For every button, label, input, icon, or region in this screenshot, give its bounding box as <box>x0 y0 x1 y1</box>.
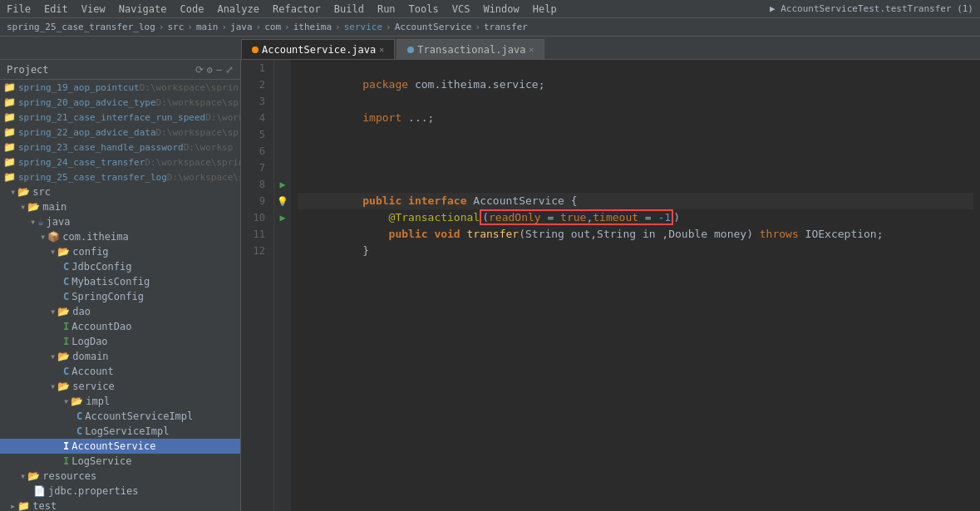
folder-icon: 📁 <box>3 81 16 93</box>
folder-icon: 📂 <box>57 381 70 392</box>
run-config[interactable]: ▶ AccountServiceTest.testTransfer (1) <box>770 3 973 14</box>
tree-item-impl[interactable]: ▾ 📂 impl <box>0 394 240 409</box>
code-content: 1 2 3 4 5 6 7 8 9 10 11 12 <box>241 60 980 511</box>
tree-item[interactable]: 📁 spring_22_aop_advice_data D:\workspace… <box>0 125 240 140</box>
code-area[interactable]: package com.itheima.service; import ...;… <box>291 60 980 511</box>
interface-icon: I <box>63 440 69 452</box>
code-line-3: import ...; <box>298 93 973 110</box>
menu-help[interactable]: Help <box>533 3 557 15</box>
chevron-down-icon: ▾ <box>10 186 16 198</box>
breadcrumb-java[interactable]: java <box>230 22 253 32</box>
menu-vcs[interactable]: VCS <box>452 3 470 15</box>
lightbulb-icon[interactable]: 💡 <box>277 196 288 207</box>
tree-item-test[interactable]: ▸ 📁 test <box>0 499 240 511</box>
menu-file[interactable]: File <box>7 3 31 15</box>
tree-item[interactable]: 📁 spring_19_aop_pointcut D:\workspace\sp… <box>0 80 240 95</box>
code-line-12 <box>298 243 973 259</box>
run-gutter-8[interactable]: ▶ <box>274 176 291 193</box>
breadcrumb-main[interactable]: main <box>196 22 219 32</box>
tree-item-domain[interactable]: ▾ 📂 domain <box>0 349 240 364</box>
tab-close-account-service[interactable]: ✕ <box>379 45 384 54</box>
tree-item-config[interactable]: ▾ 📂 config <box>0 244 240 259</box>
menu-view[interactable]: View <box>81 3 106 15</box>
tree-item-accountservice[interactable]: I AccountService <box>0 439 240 454</box>
file-icon: 📄 <box>33 485 46 497</box>
class-icon: C <box>76 410 82 422</box>
menu-run[interactable]: Run <box>377 3 396 15</box>
tree-item-jdbcconfig[interactable]: C JdbcConfig <box>0 259 240 274</box>
tree-item-logservice[interactable]: I LogService <box>0 454 240 469</box>
code-line-8: public interface AccountService { <box>298 176 973 193</box>
tree-item[interactable]: 📁 spring_23_case_handle_password D:\work… <box>0 140 240 155</box>
tree-item-logdao[interactable]: I LogDao <box>0 334 240 349</box>
chevron-down-icon: ▾ <box>40 231 46 243</box>
sync-icon[interactable]: ⟳ <box>195 64 204 76</box>
tree-item[interactable]: 📁 spring_21_case_interface_run_speed D:\… <box>0 110 240 125</box>
chevron-right-icon: ▸ <box>10 500 16 511</box>
tab-account-service[interactable]: AccountService.java ✕ <box>241 39 395 59</box>
menu-tools[interactable]: Tools <box>409 3 439 15</box>
chevron-down-icon: ▾ <box>50 246 56 258</box>
tree-item-resources[interactable]: ▾ 📂 resources <box>0 469 240 484</box>
breadcrumb-transfer[interactable]: transfer <box>484 22 528 32</box>
menu-code[interactable]: Code <box>180 3 204 15</box>
interface-icon: I <box>63 455 69 467</box>
tab-dot-blue <box>407 47 414 53</box>
folder-icon: 📂 <box>27 201 40 213</box>
tree-item-jdbc-properties[interactable]: 📄 jdbc.properties <box>0 484 240 499</box>
code-line-5 <box>298 126 973 143</box>
tree-item-account[interactable]: C Account <box>0 364 240 379</box>
tree-item-dao[interactable]: ▾ 📂 dao <box>0 304 240 319</box>
tree-item-springconfig[interactable]: C SpringConfig <box>0 289 240 304</box>
tree-item-accountserviceimpl[interactable]: C AccountServiceImpl <box>0 409 240 424</box>
run-gutter-10[interactable]: ▶ <box>274 209 291 226</box>
interface-icon: I <box>63 336 69 347</box>
tree-item-main[interactable]: ▾ 📂 main <box>0 199 240 214</box>
code-editor[interactable]: 1 2 3 4 5 6 7 8 9 10 11 12 <box>241 60 980 511</box>
breadcrumb-project[interactable]: spring_25_case_transfer_log <box>7 22 155 32</box>
tree-item[interactable]: 📁 spring_20_aop_advice_type D:\workspace… <box>0 95 240 110</box>
tree-item-java[interactable]: ▾ ☕ java <box>0 214 240 229</box>
sidebar-header-icons: ⟳ ⚙ − ⤢ <box>195 64 234 76</box>
minus-icon[interactable]: − <box>216 64 222 76</box>
folder-icon: 📂 <box>57 351 70 362</box>
tree-item-src[interactable]: ▾ 📂 src <box>0 184 240 199</box>
class-icon: C <box>63 291 69 302</box>
run-icon[interactable]: ▶ <box>279 179 285 190</box>
expand-icon[interactable]: ⤢ <box>225 64 234 76</box>
lightbulb-gutter-9[interactable]: 💡 <box>274 193 291 209</box>
folder-icon: 📁 <box>17 500 30 511</box>
tab-close-transactional[interactable]: ✕ <box>529 45 534 54</box>
tree-item[interactable]: 📁 spring_25_case_transfer_log D:\workspa… <box>0 170 240 184</box>
class-icon: C <box>63 261 69 273</box>
tree-item-service[interactable]: ▾ 📂 service <box>0 379 240 394</box>
tree-item-com-itheima[interactable]: ▾ 📦 com.itheima <box>0 229 240 244</box>
menu-refactor[interactable]: Refactor <box>273 3 321 15</box>
class-icon: C <box>76 425 82 437</box>
folder-icon: 📁 <box>3 96 16 108</box>
breadcrumb-src[interactable]: src <box>167 22 184 32</box>
folder-icon: 📁 <box>3 141 16 153</box>
breadcrumb-com[interactable]: com <box>264 22 281 32</box>
breadcrumb-service[interactable]: service <box>344 22 382 32</box>
folder-icon: 📂 <box>27 470 40 482</box>
run-icon[interactable]: ▶ <box>279 212 285 224</box>
settings-icon[interactable]: ⚙ <box>207 64 213 76</box>
menu-navigate[interactable]: Navigate <box>119 3 167 15</box>
chevron-down-icon: ▾ <box>50 351 56 362</box>
menu-window[interactable]: Window <box>483 3 519 15</box>
breadcrumb-bar: spring_25_case_transfer_log › src › main… <box>0 18 980 37</box>
tree-item[interactable]: 📁 spring_24_case_transfer D:\workspace\s… <box>0 155 240 170</box>
menu-analyze[interactable]: Analyze <box>217 3 259 15</box>
menu-build[interactable]: Build <box>334 3 364 15</box>
tree-item-logserviceimpl[interactable]: C LogServiceImpl <box>0 424 240 439</box>
sidebar-header: Project ⟳ ⚙ − ⤢ <box>0 60 240 80</box>
tree-item-accountdao[interactable]: I AccountDao <box>0 319 240 334</box>
breadcrumb-accountservice[interactable]: AccountService <box>395 22 472 32</box>
tab-transactional[interactable]: Transactional.java ✕ <box>396 39 544 59</box>
main-layout: Project ⟳ ⚙ − ⤢ 📁 spring_19_aop_pointcut… <box>0 60 980 511</box>
breadcrumb-itheima[interactable]: itheima <box>293 22 332 32</box>
menu-edit[interactable]: Edit <box>44 3 68 15</box>
tree-item-mybatisconfig[interactable]: C MybatisConfig <box>0 274 240 289</box>
tab-bar: AccountService.java ✕ Transactional.java… <box>0 37 980 60</box>
